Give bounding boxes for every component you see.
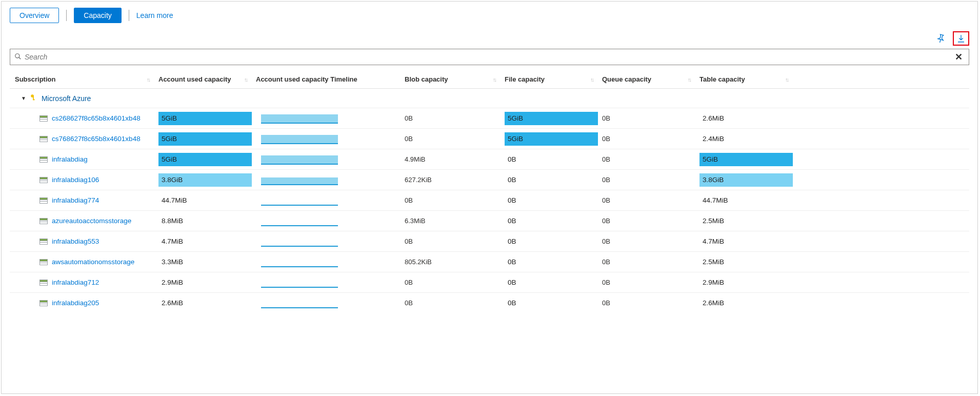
cell-blob: 627.2KiB [405, 170, 505, 190]
cell-queue: 0B [602, 190, 699, 210]
col-label: Account used capacity [158, 75, 231, 83]
svg-rect-40 [40, 284, 47, 285]
storage-account-icon [39, 259, 48, 265]
cell-queue: 0B [602, 129, 699, 149]
svg-rect-7 [40, 118, 47, 119]
tab-overview[interactable]: Overview [10, 8, 59, 23]
cell-account-capacity: 44.7MiB [158, 190, 256, 210]
cell-blob: 0B [405, 190, 505, 210]
col-table[interactable]: Table capacity↑↓ [699, 75, 797, 83]
learn-more-link[interactable]: Learn more [136, 11, 173, 19]
svg-rect-44 [40, 304, 47, 306]
cell-timeline [256, 293, 405, 313]
cell-table: 3.8GiB [699, 170, 797, 190]
col-label: Blob capacity [405, 75, 448, 83]
sort-icon: ↑↓ [590, 76, 593, 83]
sort-icon: ↑↓ [785, 76, 788, 83]
cell-table: 2.6MiB [699, 293, 797, 313]
cell-account-capacity: 5GiB [158, 108, 256, 128]
cell-timeline [256, 149, 405, 169]
cell-name: azureautoacctomsstorage [10, 211, 158, 231]
svg-rect-14 [40, 157, 47, 159]
cell-file: 0B [505, 190, 602, 210]
svg-rect-27 [40, 221, 47, 222]
col-timeline[interactable]: Account used capacity Timeline [256, 75, 405, 83]
cell-table: 2.5MiB [699, 211, 797, 231]
svg-rect-11 [40, 138, 47, 140]
storage-account-link[interactable]: infralabdiag774 [52, 196, 99, 204]
svg-rect-34 [40, 260, 47, 261]
clear-search-button[interactable]: ✕ [953, 51, 965, 63]
cell-name: infralabdiag774 [10, 190, 158, 210]
pin-button[interactable] [936, 33, 946, 44]
svg-rect-4 [33, 100, 35, 101]
download-icon [956, 34, 966, 43]
svg-rect-6 [40, 116, 47, 117]
tab-capacity[interactable]: Capacity [74, 8, 121, 23]
cell-timeline [256, 272, 405, 292]
cell-name: awsautomationomsstorage [10, 252, 158, 272]
col-label: File capacity [505, 75, 545, 83]
svg-rect-22 [40, 198, 47, 200]
cell-name: infralabdiag712 [10, 272, 158, 292]
cell-file: 5GiB [505, 108, 602, 128]
cell-queue: 0B [602, 272, 699, 292]
cell-file: 0B [505, 170, 602, 190]
svg-rect-19 [40, 180, 47, 181]
svg-rect-28 [40, 222, 47, 224]
svg-rect-35 [40, 262, 47, 263]
cell-table: 2.6MiB [699, 108, 797, 128]
storage-account-icon [39, 218, 48, 224]
col-queue[interactable]: Queue capacity↑↓ [602, 75, 699, 83]
cell-file: 0B [505, 211, 602, 231]
svg-rect-18 [40, 177, 47, 179]
col-subscription[interactable]: Subscription↑↓ [10, 75, 158, 83]
storage-account-icon [39, 239, 48, 245]
storage-account-link[interactable]: infralabdiag553 [52, 237, 99, 245]
svg-rect-31 [40, 241, 47, 242]
table-row: awsautomationomsstorage3.3MiB805.2KiB0B0… [10, 251, 969, 272]
sort-icon: ↑↓ [688, 76, 690, 83]
cell-account-capacity: 4.7MiB [158, 231, 256, 251]
cell-name: cs268627f8c65b8x4601xb48 [10, 108, 158, 128]
svg-rect-24 [40, 202, 47, 203]
table-row: infralabdiag77444.7MiB0B0B0B44.7MiB [10, 190, 969, 210]
search-input[interactable] [25, 51, 953, 63]
col-label: Account used capacity Timeline [256, 75, 357, 83]
col-label: Queue capacity [602, 75, 651, 83]
svg-rect-12 [40, 140, 47, 142]
table-row: infralabdiag2052.6MiB0B0B0B2.6MiB [10, 292, 969, 313]
subscription-group-row[interactable]: ▼ Microsoft Azure [10, 89, 969, 108]
search-box[interactable]: ✕ [10, 49, 969, 65]
col-file[interactable]: File capacity↑↓ [505, 75, 602, 83]
capacity-table: Subscription↑↓ Account used capacity↑↓ A… [10, 70, 969, 313]
sort-icon: ↑↓ [147, 76, 149, 83]
table-header: Subscription↑↓ Account used capacity↑↓ A… [10, 70, 969, 89]
storage-account-link[interactable]: azureautoacctomsstorage [52, 217, 131, 225]
cell-blob: 6.3MiB [405, 211, 505, 231]
svg-rect-26 [40, 219, 47, 220]
svg-rect-39 [40, 282, 47, 283]
storage-account-link[interactable]: infralabdiag106 [52, 176, 99, 184]
col-account-capacity[interactable]: Account used capacity↑↓ [158, 75, 256, 83]
table-row: infralabdiag7122.9MiB0B0B0B2.9MiB [10, 272, 969, 292]
cell-file: 0B [505, 231, 602, 251]
toolbar-divider [129, 10, 129, 21]
svg-rect-20 [40, 181, 47, 183]
col-blob[interactable]: Blob capacity↑↓ [405, 75, 505, 83]
storage-account-link[interactable]: infralabdiag [52, 155, 88, 163]
download-button[interactable] [953, 31, 969, 46]
storage-account-link[interactable]: cs768627f8c65b8x4601xb48 [52, 135, 141, 143]
svg-rect-43 [40, 303, 47, 304]
cell-table: 4.7MiB [699, 231, 797, 251]
storage-account-link[interactable]: cs268627f8c65b8x4601xb48 [52, 114, 141, 122]
cell-file: 0B [505, 252, 602, 272]
storage-account-icon [39, 197, 48, 204]
storage-account-link[interactable]: infralabdiag712 [52, 279, 99, 286]
storage-account-link[interactable]: awsautomationomsstorage [52, 258, 134, 266]
cell-queue: 0B [602, 108, 699, 128]
storage-account-link[interactable]: infralabdiag205 [52, 299, 99, 307]
cell-blob: 0B [405, 272, 505, 292]
svg-point-0 [15, 53, 19, 57]
cell-file: 0B [505, 149, 602, 169]
